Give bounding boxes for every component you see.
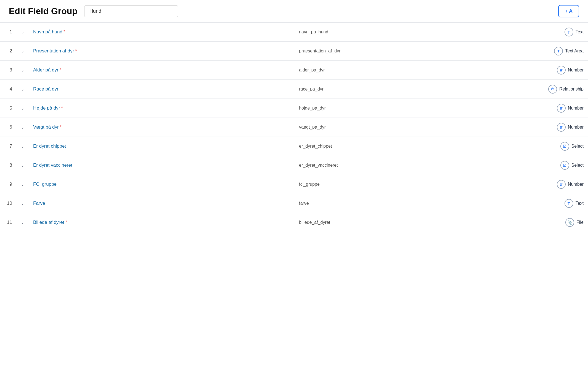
table-row: 2 ⌄ Præsentation af dyr* praesentation_a…	[0, 42, 588, 61]
required-indicator: *	[61, 105, 63, 111]
chevron-down-icon[interactable]: ⌄	[21, 87, 24, 91]
field-label-link[interactable]: Alder på dyr*	[33, 67, 61, 73]
field-type-icon: ☑	[560, 142, 569, 151]
field-key: hojde_pa_dyr	[295, 99, 527, 118]
field-key: er_dyret_chippet	[295, 137, 527, 156]
field-key: navn_pa_hund	[295, 23, 527, 42]
chevron-down-icon[interactable]: ⌄	[21, 144, 24, 148]
field-type-label: Number	[568, 182, 584, 187]
field-type-label: Relationship	[559, 87, 584, 92]
expand-chevron[interactable]: ⌄	[17, 156, 29, 175]
field-type-icon: ☑	[560, 161, 569, 170]
expand-chevron[interactable]: ⌄	[17, 99, 29, 118]
table-row: 4 ⌄ Race på dyr race_pa_dyr ⟳ Relationsh…	[0, 80, 588, 99]
required-indicator: *	[60, 67, 62, 73]
chevron-down-icon[interactable]: ⌄	[21, 106, 24, 110]
chevron-down-icon[interactable]: ⌄	[21, 163, 24, 168]
field-type-cell: # Number	[527, 175, 588, 194]
table-row: 1 ⌄ Navn på hund* navn_pa_hund T Text	[0, 23, 588, 42]
field-type-badge: T Text	[565, 28, 584, 36]
field-label-link[interactable]: FCI gruppe	[33, 182, 57, 187]
expand-chevron[interactable]: ⌄	[17, 194, 29, 213]
field-label-link[interactable]: Race på dyr	[33, 86, 59, 92]
fields-table: 1 ⌄ Navn på hund* navn_pa_hund T Text 2 …	[0, 23, 588, 232]
expand-chevron[interactable]: ⌄	[17, 118, 29, 137]
field-label-cell: Farve	[29, 194, 295, 213]
chevron-down-icon[interactable]: ⌄	[21, 182, 24, 187]
field-number: 11	[0, 213, 17, 232]
field-type-icon: #	[557, 66, 566, 75]
field-label-cell: Er dyret vaccineret	[29, 156, 295, 175]
table-row: 5 ⌄ Højde på dyr* hojde_pa_dyr # Number	[0, 99, 588, 118]
field-label-cell: Præsentation af dyr*	[29, 42, 295, 61]
field-type-icon: ⟳	[548, 85, 557, 94]
field-label-cell: Vægt på dyr*	[29, 118, 295, 137]
field-number: 1	[0, 23, 17, 42]
field-key: fci_gruppe	[295, 175, 527, 194]
table-row: 3 ⌄ Alder på dyr* alder_pa_dyr # Number	[0, 61, 588, 80]
field-type-cell: T Text	[527, 23, 588, 42]
field-key: race_pa_dyr	[295, 80, 527, 99]
field-number: 7	[0, 137, 17, 156]
group-title-input[interactable]	[84, 5, 178, 17]
chevron-down-icon[interactable]: ⌄	[21, 220, 24, 225]
field-label-link[interactable]: Navn på hund*	[33, 29, 65, 34]
expand-chevron[interactable]: ⌄	[17, 23, 29, 42]
table-row: 6 ⌄ Vægt på dyr* vaegt_pa_dyr # Number	[0, 118, 588, 137]
chevron-down-icon[interactable]: ⌄	[21, 30, 24, 34]
expand-chevron[interactable]: ⌄	[17, 61, 29, 80]
add-field-button[interactable]: + A	[558, 5, 579, 17]
field-type-icon: T	[565, 28, 573, 36]
field-label-link[interactable]: Billede af dyret*	[33, 220, 67, 225]
table-row: 8 ⌄ Er dyret vaccineret er_dyret_vaccine…	[0, 156, 588, 175]
field-type-badge: 📎 File	[565, 218, 584, 227]
field-type-cell: ☑ Select	[527, 156, 588, 175]
field-type-icon: #	[557, 104, 566, 113]
field-type-badge: ☑ Select	[560, 161, 584, 170]
field-label-cell: Er dyret chippet	[29, 137, 295, 156]
chevron-down-icon[interactable]: ⌄	[21, 68, 24, 72]
chevron-down-icon[interactable]: ⌄	[21, 125, 24, 129]
field-type-icon: T	[565, 199, 573, 208]
expand-chevron[interactable]: ⌄	[17, 175, 29, 194]
chevron-down-icon[interactable]: ⌄	[21, 201, 24, 206]
expand-chevron[interactable]: ⌄	[17, 80, 29, 99]
field-type-cell: ⟳ Relationship	[527, 80, 588, 99]
field-type-cell: T Text Area	[527, 42, 588, 61]
field-label-link[interactable]: Er dyret vaccineret	[33, 163, 72, 168]
field-type-label: Text Area	[565, 49, 584, 54]
field-type-label: Number	[568, 125, 584, 130]
field-number: 5	[0, 99, 17, 118]
field-type-cell: 📎 File	[527, 213, 588, 232]
expand-chevron[interactable]: ⌄	[17, 137, 29, 156]
field-type-label: Number	[568, 68, 584, 73]
required-indicator: *	[75, 48, 77, 54]
field-type-badge: # Number	[557, 180, 584, 189]
chevron-down-icon[interactable]: ⌄	[21, 49, 24, 53]
field-label-cell: FCI gruppe	[29, 175, 295, 194]
field-label-link[interactable]: Præsentation af dyr*	[33, 48, 77, 54]
field-number: 8	[0, 156, 17, 175]
field-label-link[interactable]: Er dyret chippet	[33, 143, 66, 149]
page-title: Edit Field Group	[9, 6, 78, 16]
field-label-cell: Race på dyr	[29, 80, 295, 99]
field-label-link[interactable]: Højde på dyr*	[33, 105, 63, 111]
field-label-link[interactable]: Farve	[33, 201, 45, 206]
field-type-icon: T	[554, 47, 563, 55]
field-type-cell: # Number	[527, 99, 588, 118]
field-label-cell: Billede af dyret*	[29, 213, 295, 232]
required-indicator: *	[65, 220, 67, 225]
field-key: billede_af_dyret	[295, 213, 527, 232]
field-type-label: Text	[576, 201, 584, 206]
field-type-label: Number	[568, 106, 584, 111]
expand-chevron[interactable]: ⌄	[17, 42, 29, 61]
field-label-cell: Navn på hund*	[29, 23, 295, 42]
required-indicator: *	[63, 29, 65, 34]
expand-chevron[interactable]: ⌄	[17, 213, 29, 232]
field-label-link[interactable]: Vægt på dyr*	[33, 124, 62, 130]
field-type-icon: 📎	[565, 218, 574, 227]
field-type-label: Text	[576, 30, 584, 34]
field-type-cell: # Number	[527, 61, 588, 80]
field-type-badge: ⟳ Relationship	[548, 85, 584, 94]
field-type-cell: # Number	[527, 118, 588, 137]
